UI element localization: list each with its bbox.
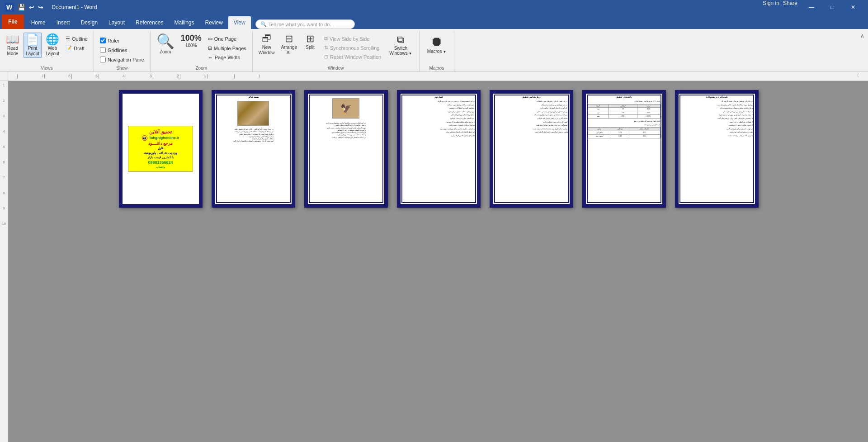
print-layout-icon: 📄: [26, 34, 39, 45]
quick-access-undo[interactable]: ↩: [29, 4, 34, 11]
macros-icon: ⏺: [430, 34, 443, 49]
new-window-icon: 🗗: [262, 34, 272, 44]
ad-service: مرجع دانلـــود: [130, 141, 191, 147]
view-side-by-side-button[interactable]: ⧉ View Side by Side: [321, 34, 384, 43]
extra-views: ☰ Outline 📝 Draft: [63, 33, 90, 52]
title-bar: W 💾 ↩ ↪ Document1 - Word Sign in Share —…: [0, 0, 868, 14]
gridlines-label: Gridlines: [108, 48, 127, 53]
switch-windows-button[interactable]: ⧉ SwitchWindows▼: [386, 33, 415, 57]
ruler-right-marker: ⟨: [857, 73, 859, 77]
quick-access-save[interactable]: 💾: [18, 4, 25, 11]
arrange-all-button[interactable]: ⊟ ArrangeAll: [278, 33, 299, 57]
page-width-icon: ↔: [208, 55, 213, 60]
tab-file[interactable]: File: [2, 14, 24, 29]
macros-group-content: ⏺ Macros▼: [423, 33, 451, 64]
page-3[interactable]: 🦅 در این فصل به بررسی مفاهیم اساسی موضوع…: [304, 90, 388, 208]
switch-windows-label: SwitchWindows▼: [389, 46, 412, 56]
share-button[interactable]: Share: [783, 0, 797, 14]
web-layout-icon: 🌐: [46, 34, 59, 45]
ruler-corner: [0, 72, 8, 81]
minimize-button[interactable]: —: [801, 0, 822, 14]
page-3-image-bg: 🦅: [333, 99, 359, 118]
navigation-pane-checkbox-row[interactable]: Navigation Pane: [98, 55, 146, 64]
view-side-by-side-icon: ⧉: [324, 36, 328, 42]
split-icon: ⊞: [306, 34, 314, 44]
web-layout-button[interactable]: 🌐 WebLayout: [43, 33, 61, 58]
page-1[interactable]: تحقیق آنلاین 📷 Tahghighonline.ir مرجع دا…: [119, 90, 203, 208]
title-bar-title: Document1 - Word: [52, 4, 97, 10]
vruler-9: 9: [3, 206, 5, 210]
page-6[interactable]: یافته‌های تحقیق جدول (۱): توزیع فراوانی …: [582, 90, 666, 208]
tab-view[interactable]: View: [228, 16, 251, 29]
page-4[interactable]: فصل دوم در این قسمت موارد زیر مورد بررسی…: [397, 90, 481, 208]
tab-insert[interactable]: Insert: [51, 16, 75, 29]
reset-window-position-button[interactable]: ⊡ Reset Window Position: [321, 52, 384, 61]
new-window-button[interactable]: 🗗 NewWindow: [256, 33, 277, 57]
close-button[interactable]: ✕: [843, 0, 863, 14]
page-2-text: در ابتدای سخن باید این نکته را یادآور شد…: [232, 128, 275, 144]
ruler-mark-r1: 1: [234, 74, 261, 79]
zoom-button[interactable]: 🔍 Zoom: [154, 33, 177, 56]
page-2[interactable]: بسمه تعالی در ابتدای سخن باید این نکته ر…: [212, 90, 295, 208]
ruler-checkbox[interactable]: [100, 38, 106, 43]
window-options: ⧉ View Side by Side ⇅ Synchronous Scroll…: [321, 33, 384, 61]
tab-mailings[interactable]: Mailings: [169, 16, 199, 29]
gridlines-checkbox[interactable]: [100, 47, 106, 53]
page-7[interactable]: نتیجه‌گیری و پیشنهادات در پایان این پژوه…: [675, 90, 759, 208]
maximize-button[interactable]: □: [822, 0, 843, 14]
reset-window-position-label: Reset Window Position: [330, 54, 381, 60]
quick-access-redo[interactable]: ↪: [38, 4, 43, 11]
print-layout-button[interactable]: 📄 PrintLayout: [24, 33, 42, 58]
zoom-group-content: 🔍 Zoom 100% 100% ▭ One Page ⊞ Multiple P…: [154, 33, 249, 64]
page-6-table: درصد فراوانی گروه 35% 70 زن 65% 130: [588, 104, 660, 119]
ad-title: تحقیق آنلاین: [130, 129, 191, 135]
tab-layout[interactable]: Layout: [103, 16, 130, 29]
ruler-mark-1: 1: [180, 74, 207, 79]
page-7-inner: نتیجه‌گیری و پیشنهادات در پایان این پژوه…: [679, 94, 755, 204]
draft-icon: 📝: [66, 45, 72, 51]
gridlines-checkbox-row[interactable]: Gridlines: [98, 46, 146, 54]
synchronous-scrolling-label: Synchronous Scrolling: [330, 45, 379, 51]
zoom-100-button[interactable]: 100% 100%: [179, 33, 204, 50]
collapse-ribbon-button[interactable]: ∧: [857, 31, 868, 71]
page-6-table2: انحراف معیار میانگین متغیر 0.52 3.74 متغ…: [588, 127, 660, 138]
view-side-by-side-label: View Side by Side: [330, 36, 369, 42]
document-area[interactable]: 1 2 3 4 5 6 7 8 9 10 تحقیق آنلاین 📷 Tahg…: [0, 81, 868, 442]
outline-label: Outline: [72, 36, 88, 42]
signin-button[interactable]: Sign in: [763, 0, 779, 14]
vruler-6: 6: [3, 160, 5, 164]
zoom-icon: 🔍: [156, 34, 175, 48]
multiple-pages-label: Multiple Pages: [214, 46, 246, 51]
tab-home[interactable]: Home: [26, 16, 51, 29]
page-2-content: بسمه تعالی در ابتدای سخن باید این نکته ر…: [215, 94, 292, 204]
read-mode-button[interactable]: 📖 ReadMode: [4, 33, 22, 58]
navigation-pane-checkbox[interactable]: [100, 57, 106, 62]
macros-label: Macros: [429, 64, 444, 71]
page-width-button[interactable]: ↔ Page Width: [206, 53, 249, 62]
vruler-3: 3: [3, 114, 5, 118]
one-page-button[interactable]: ▭ One Page: [206, 34, 249, 43]
tab-review[interactable]: Review: [199, 16, 228, 29]
tab-design[interactable]: Design: [75, 16, 103, 29]
web-layout-label: WebLayout: [46, 46, 59, 57]
search-box[interactable]: 🔍 Tell me what you want to do...: [255, 19, 355, 29]
split-button[interactable]: ⊞ Split: [301, 33, 319, 52]
ruler-checkbox-row[interactable]: Ruler: [98, 36, 146, 45]
ribbon-group-macros: ⏺ Macros▼ Macros: [420, 31, 455, 71]
macros-button[interactable]: ⏺ Macros▼: [423, 33, 451, 55]
ribbon-group-zoom: 🔍 Zoom 100% 100% ▭ One Page ⊞ Multiple P…: [151, 31, 253, 71]
one-page-icon: ▭: [208, 36, 212, 42]
show-options: Ruler Gridlines Navigation Pane: [98, 33, 146, 64]
title-bar-right: Sign in Share — □ ✕: [763, 0, 863, 14]
tab-references[interactable]: References: [130, 16, 169, 29]
synchronous-scrolling-button[interactable]: ⇅ Synchronous Scrolling: [321, 43, 384, 52]
print-layout-label: PrintLayout: [26, 46, 39, 57]
ruler-label: Ruler: [108, 38, 119, 43]
page-5-inner: روش‌شناسی تحقیق در این فصل به بیان روش‌ه…: [493, 94, 570, 204]
page-5[interactable]: روش‌شناسی تحقیق در این فصل به بیان روش‌ه…: [490, 90, 573, 208]
page-2-image-bg: [238, 101, 269, 125]
multiple-pages-button[interactable]: ⊞ Multiple Pages: [206, 44, 249, 52]
read-mode-icon: 📖: [6, 34, 19, 45]
draft-button[interactable]: 📝 Draft: [63, 44, 90, 52]
outline-button[interactable]: ☰ Outline: [63, 34, 90, 43]
